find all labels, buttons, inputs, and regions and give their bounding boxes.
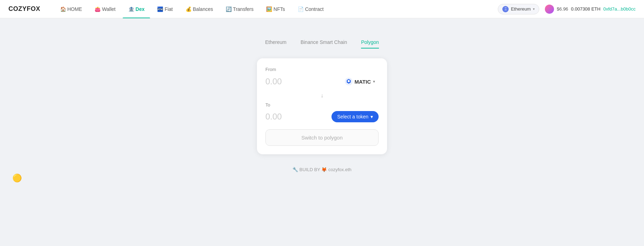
chevron-down-icon: ▾ xyxy=(533,7,535,11)
wallet-info: $6.96 0.007308 ETH 0xfd7a...b0b0cc xyxy=(545,5,636,14)
tab-bsc[interactable]: Binance Smart Chain xyxy=(301,39,347,48)
down-arrow-icon: ↓ xyxy=(321,92,323,99)
select-token-label: Select a token xyxy=(337,114,368,119)
wallet-balance: 0.007308 ETH xyxy=(571,6,600,12)
chevron-down-icon: ▾ xyxy=(371,114,373,119)
footer: 🔧 BUILD BY 🦊 cozyfox.eth xyxy=(292,167,352,172)
tab-ethereum[interactable]: Ethereum xyxy=(265,39,286,48)
from-token-name: MATIC xyxy=(355,79,371,85)
chain-tabs: Ethereum Binance Smart Chain Polygon xyxy=(265,39,379,48)
to-section: To Select a token ▾ xyxy=(265,102,379,122)
navbar: COZYFOX 🏠 HOME👛 Wallet🏦 Dex🏧 Fiat💰 Balan… xyxy=(0,0,644,18)
switch-network-button[interactable]: Switch to polygon xyxy=(265,129,379,146)
matic-icon xyxy=(345,78,353,85)
from-token-selector[interactable]: MATIC ▾ xyxy=(341,76,379,88)
to-input-row: Select a token ▾ xyxy=(265,111,379,122)
chevron-down-icon: ▾ xyxy=(373,79,375,84)
nav-right: Ξ Ethereum ▾ $6.96 0.007308 ETH 0xfd7a..… xyxy=(498,4,636,14)
footer-text: 🔧 BUILD BY 🦊 cozyfox.eth xyxy=(292,167,352,172)
fox-decoration: 🟡 xyxy=(12,174,22,183)
nav-item-wallet[interactable]: 👛 Wallet xyxy=(89,0,121,18)
nav-item-contract[interactable]: 📄 Contract xyxy=(292,0,329,18)
main-content: Ethereum Binance Smart Chain Polygon Fro… xyxy=(0,18,644,172)
nav-item-fiat[interactable]: 🏧 Fiat xyxy=(152,0,178,18)
nav-item-balances[interactable]: 💰 Balances xyxy=(180,0,219,18)
select-token-button[interactable]: Select a token ▾ xyxy=(331,111,379,122)
ethereum-icon: Ξ xyxy=(502,6,509,12)
from-label: From xyxy=(265,67,379,72)
from-input-row: MATIC ▾ xyxy=(265,76,379,88)
wallet-price: $6.96 xyxy=(557,6,568,12)
network-selector[interactable]: Ξ Ethereum ▾ xyxy=(498,4,539,14)
network-name: Ethereum xyxy=(511,6,530,12)
nav-item-nfts[interactable]: 🖼️ NFTs xyxy=(260,0,291,18)
from-section: From MATIC ▾ xyxy=(265,67,379,88)
tab-polygon[interactable]: Polygon xyxy=(361,39,379,48)
nav-links: 🏠 HOME👛 Wallet🏦 Dex🏧 Fiat💰 Balances🔄 Tra… xyxy=(54,0,498,18)
from-amount-input[interactable] xyxy=(265,77,308,86)
nav-item-dex[interactable]: 🏦 Dex xyxy=(123,0,150,18)
nav-item-transfers[interactable]: 🔄 Transfers xyxy=(220,0,259,18)
wallet-address[interactable]: 0xfd7a...b0b0cc xyxy=(603,6,636,12)
nav-item-home[interactable]: 🏠 HOME xyxy=(54,0,88,18)
to-label: To xyxy=(265,102,379,108)
to-amount-input[interactable] xyxy=(265,112,308,122)
avatar xyxy=(545,5,554,14)
swap-card: From MATIC ▾ xyxy=(257,58,387,154)
coin-icon: 🟡 xyxy=(12,174,22,182)
swap-arrow-divider: ↓ xyxy=(265,89,379,102)
app-logo: COZYFOX xyxy=(8,5,40,13)
